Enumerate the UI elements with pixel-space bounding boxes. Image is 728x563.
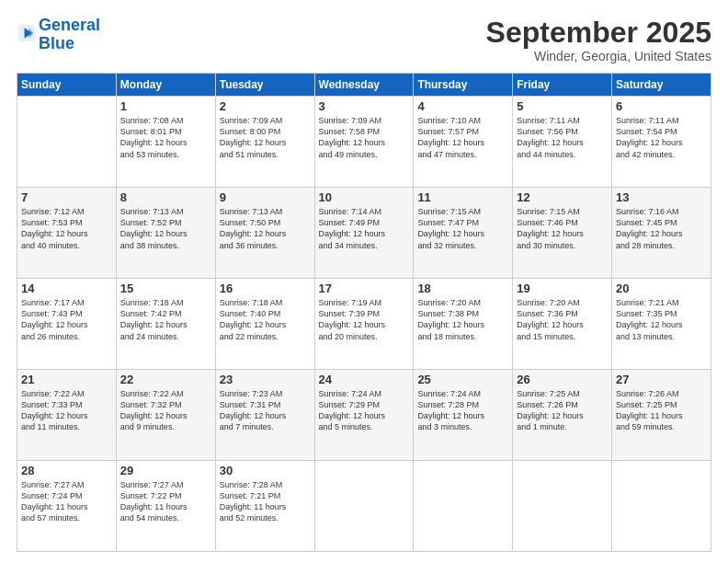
calendar-cell: 15Sunrise: 7:18 AM Sunset: 7:42 PM Dayli…	[116, 279, 215, 370]
calendar-cell: 20Sunrise: 7:21 AM Sunset: 7:35 PM Dayli…	[612, 279, 711, 370]
calendar-cell: 6Sunrise: 7:11 AM Sunset: 7:54 PM Daylig…	[612, 97, 711, 188]
calendar-weekday-header: Friday	[513, 74, 612, 97]
day-number: 6	[616, 99, 707, 113]
calendar-cell: 2Sunrise: 7:09 AM Sunset: 8:00 PM Daylig…	[215, 97, 314, 188]
calendar-cell: 5Sunrise: 7:11 AM Sunset: 7:56 PM Daylig…	[513, 97, 612, 188]
calendar-cell	[513, 461, 612, 552]
day-number: 14	[21, 282, 112, 295]
day-info: Sunrise: 7:11 AM Sunset: 7:56 PM Dayligh…	[517, 115, 608, 160]
day-number: 18	[417, 282, 508, 295]
calendar-cell: 21Sunrise: 7:22 AM Sunset: 7:33 PM Dayli…	[17, 370, 117, 461]
day-number: 2	[220, 99, 311, 113]
page: General Blue September 2025 Winder, Geor…	[0, 0, 728, 563]
calendar-cell: 10Sunrise: 7:14 AM Sunset: 7:49 PM Dayli…	[314, 188, 414, 279]
logo-icon	[18, 25, 35, 41]
calendar-cell: 28Sunrise: 7:27 AM Sunset: 7:24 PM Dayli…	[17, 461, 117, 552]
day-number: 3	[319, 99, 410, 113]
day-number: 13	[616, 190, 707, 204]
day-info: Sunrise: 7:18 AM Sunset: 7:40 PM Dayligh…	[220, 297, 311, 342]
calendar-week-row: 7Sunrise: 7:12 AM Sunset: 7:53 PM Daylig…	[17, 188, 711, 279]
calendar-cell: 3Sunrise: 7:09 AM Sunset: 7:58 PM Daylig…	[314, 97, 414, 188]
day-info: Sunrise: 7:22 AM Sunset: 7:33 PM Dayligh…	[21, 388, 112, 433]
day-info: Sunrise: 7:21 AM Sunset: 7:35 PM Dayligh…	[616, 297, 707, 342]
day-number: 7	[21, 190, 112, 204]
calendar-cell	[612, 461, 711, 552]
subtitle: Winder, Georgia, United States	[486, 49, 711, 63]
calendar-weekday-header: Saturday	[612, 74, 711, 97]
day-info: Sunrise: 7:20 AM Sunset: 7:36 PM Dayligh…	[517, 297, 608, 342]
day-number: 11	[417, 190, 508, 204]
day-info: Sunrise: 7:20 AM Sunset: 7:38 PM Dayligh…	[417, 297, 508, 342]
day-info: Sunrise: 7:12 AM Sunset: 7:53 PM Dayligh…	[21, 206, 112, 251]
calendar-cell: 29Sunrise: 7:27 AM Sunset: 7:22 PM Dayli…	[116, 461, 215, 552]
day-info: Sunrise: 7:09 AM Sunset: 8:00 PM Dayligh…	[220, 115, 311, 160]
calendar-cell: 7Sunrise: 7:12 AM Sunset: 7:53 PM Daylig…	[17, 188, 117, 279]
day-number: 25	[417, 373, 508, 386]
title-block: September 2025 Winder, Georgia, United S…	[486, 17, 711, 63]
day-number: 10	[319, 190, 410, 204]
day-number: 12	[517, 190, 608, 204]
day-number: 23	[220, 373, 311, 386]
day-number: 1	[120, 99, 211, 113]
day-info: Sunrise: 7:28 AM Sunset: 7:21 PM Dayligh…	[220, 479, 311, 524]
day-info: Sunrise: 7:25 AM Sunset: 7:26 PM Dayligh…	[517, 388, 608, 433]
day-number: 21	[21, 373, 112, 386]
calendar-cell	[314, 461, 414, 552]
day-number: 27	[616, 373, 707, 386]
day-info: Sunrise: 7:15 AM Sunset: 7:47 PM Dayligh…	[417, 206, 508, 251]
day-number: 29	[120, 464, 211, 477]
day-info: Sunrise: 7:27 AM Sunset: 7:22 PM Dayligh…	[120, 479, 211, 524]
day-info: Sunrise: 7:10 AM Sunset: 7:57 PM Dayligh…	[417, 115, 508, 160]
calendar-body: 1Sunrise: 7:08 AM Sunset: 8:01 PM Daylig…	[17, 97, 711, 552]
calendar-cell: 1Sunrise: 7:08 AM Sunset: 8:01 PM Daylig…	[116, 97, 215, 188]
calendar-cell	[17, 97, 117, 188]
calendar-cell: 23Sunrise: 7:23 AM Sunset: 7:31 PM Dayli…	[215, 370, 314, 461]
calendar-cell: 16Sunrise: 7:18 AM Sunset: 7:40 PM Dayli…	[215, 279, 314, 370]
day-number: 20	[616, 282, 707, 295]
calendar-cell: 8Sunrise: 7:13 AM Sunset: 7:52 PM Daylig…	[116, 188, 215, 279]
day-info: Sunrise: 7:27 AM Sunset: 7:24 PM Dayligh…	[21, 479, 112, 524]
logo-text: General Blue	[39, 17, 100, 53]
day-info: Sunrise: 7:22 AM Sunset: 7:32 PM Dayligh…	[120, 388, 211, 433]
day-number: 9	[220, 190, 311, 204]
day-info: Sunrise: 7:14 AM Sunset: 7:49 PM Dayligh…	[319, 206, 410, 251]
calendar-cell: 30Sunrise: 7:28 AM Sunset: 7:21 PM Dayli…	[215, 461, 314, 552]
calendar-cell: 11Sunrise: 7:15 AM Sunset: 7:47 PM Dayli…	[414, 188, 513, 279]
day-info: Sunrise: 7:15 AM Sunset: 7:46 PM Dayligh…	[517, 206, 608, 251]
day-number: 16	[220, 282, 311, 295]
day-info: Sunrise: 7:13 AM Sunset: 7:52 PM Dayligh…	[120, 206, 211, 251]
day-number: 28	[21, 464, 112, 477]
calendar-week-row: 14Sunrise: 7:17 AM Sunset: 7:43 PM Dayli…	[17, 279, 711, 370]
calendar-cell: 27Sunrise: 7:26 AM Sunset: 7:25 PM Dayli…	[612, 370, 711, 461]
calendar-week-row: 1Sunrise: 7:08 AM Sunset: 8:01 PM Daylig…	[17, 97, 711, 188]
calendar-header-row: SundayMondayTuesdayWednesdayThursdayFrid…	[17, 74, 711, 97]
day-number: 15	[120, 282, 211, 295]
calendar-cell: 13Sunrise: 7:16 AM Sunset: 7:45 PM Dayli…	[612, 188, 711, 279]
calendar-weekday-header: Sunday	[17, 74, 117, 97]
day-info: Sunrise: 7:19 AM Sunset: 7:39 PM Dayligh…	[319, 297, 410, 342]
day-info: Sunrise: 7:24 AM Sunset: 7:28 PM Dayligh…	[417, 388, 508, 433]
day-number: 19	[517, 282, 608, 295]
calendar-cell: 4Sunrise: 7:10 AM Sunset: 7:57 PM Daylig…	[414, 97, 513, 188]
calendar-cell: 25Sunrise: 7:24 AM Sunset: 7:28 PM Dayli…	[414, 370, 513, 461]
calendar-cell: 22Sunrise: 7:22 AM Sunset: 7:32 PM Dayli…	[116, 370, 215, 461]
calendar-weekday-header: Tuesday	[215, 74, 314, 97]
day-number: 30	[220, 464, 311, 477]
day-number: 26	[517, 373, 608, 386]
calendar-week-row: 28Sunrise: 7:27 AM Sunset: 7:24 PM Dayli…	[17, 461, 711, 552]
day-info: Sunrise: 7:13 AM Sunset: 7:50 PM Dayligh…	[220, 206, 311, 251]
logo: General Blue	[17, 17, 100, 53]
day-info: Sunrise: 7:09 AM Sunset: 7:58 PM Dayligh…	[319, 115, 410, 160]
day-info: Sunrise: 7:08 AM Sunset: 8:01 PM Dayligh…	[120, 115, 211, 160]
calendar-cell: 9Sunrise: 7:13 AM Sunset: 7:50 PM Daylig…	[215, 188, 314, 279]
day-info: Sunrise: 7:26 AM Sunset: 7:25 PM Dayligh…	[616, 388, 707, 433]
calendar-cell: 17Sunrise: 7:19 AM Sunset: 7:39 PM Dayli…	[314, 279, 414, 370]
calendar-weekday-header: Wednesday	[314, 74, 414, 97]
calendar-cell: 14Sunrise: 7:17 AM Sunset: 7:43 PM Dayli…	[17, 279, 117, 370]
calendar-cell: 24Sunrise: 7:24 AM Sunset: 7:29 PM Dayli…	[314, 370, 414, 461]
main-title: September 2025	[486, 17, 711, 49]
day-number: 4	[417, 99, 508, 113]
day-info: Sunrise: 7:16 AM Sunset: 7:45 PM Dayligh…	[616, 206, 707, 251]
calendar-cell: 19Sunrise: 7:20 AM Sunset: 7:36 PM Dayli…	[513, 279, 612, 370]
day-number: 24	[319, 373, 410, 386]
